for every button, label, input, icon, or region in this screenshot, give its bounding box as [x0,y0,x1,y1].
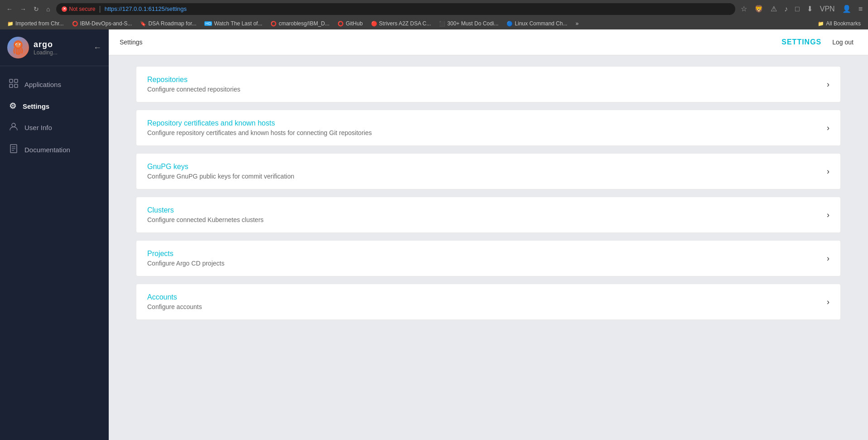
sidebar-item-documentation-label: Documentation [24,146,70,154]
sidebar-item-userinfo[interactable]: User Info [0,116,109,139]
svg-point-4 [16,44,17,45]
refresh-button[interactable]: ↻ [31,4,42,15]
user-icon [9,122,18,133]
accounts-card[interactable]: Accounts Configure accounts › [136,284,841,320]
logo-name: argo [34,40,58,49]
gnupg-chevron: › [827,167,829,176]
bookmarks-bar: 📁 Imported from Chr... ⭕ IBM-DevOps-and-… [0,18,868,29]
main-content: Settings SETTINGS Log out Repositories C… [109,29,868,440]
repo-certs-content: Repository certificates and known hosts … [147,119,827,136]
repo-certs-desc: Configure repository certificates and kn… [147,129,827,136]
repositories-chevron: › [827,80,829,89]
app-container: argo Loading... ← Applications ⚙ [0,29,868,440]
bookmark-300[interactable]: ⬛ 300+ Must Do Codi... [435,19,502,28]
accounts-content: Accounts Configure accounts [147,293,827,310]
sidebar-item-applications-label: Applications [24,81,61,88]
svg-point-5 [20,44,21,45]
bookmark-ibm[interactable]: ⭕ IBM-DevOps-and-S... [68,19,136,28]
profile-button[interactable]: 👤 [840,3,853,15]
settings-icon: ⚙ [9,101,16,111]
repo-certs-card[interactable]: Repository certificates and known hosts … [136,110,841,146]
content-area: Repositories Configure connected reposit… [109,55,868,440]
gnupg-title: GnuPG keys [147,163,827,171]
sidebar-item-userinfo-label: User Info [24,124,52,131]
projects-content: Projects Configure Argo CD projects [147,250,827,267]
bookmark-all[interactable]: 📁 All Bookmarks [814,19,864,28]
gnupg-desc: Configure GnuPG public keys for commit v… [147,173,827,180]
clusters-content: Clusters Configure connected Kubernetes … [147,206,827,223]
bookmark-cmarob[interactable]: ⭕ cmaroblesg/IBM_D... [267,19,333,28]
svg-rect-9 [14,84,18,87]
accounts-chevron: › [827,297,829,307]
projects-card[interactable]: Projects Configure Argo CD projects › [136,240,841,276]
sidebar-nav: Applications ⚙ Settings User Info [0,66,109,168]
gnupg-card[interactable]: GnuPG keys Configure GnuPG public keys f… [136,153,841,189]
settings-label: SETTINGS [781,38,821,46]
gnupg-content: GnuPG keys Configure GnuPG public keys f… [147,163,827,180]
repositories-content: Repositories Configure connected reposit… [147,76,827,93]
logo-status: Loading... [34,49,58,56]
alert-button[interactable]: ⚠ [769,3,779,15]
sidebar-item-applications[interactable]: Applications [0,73,109,96]
accounts-desc: Configure accounts [147,303,827,310]
sidebar-item-documentation[interactable]: Documentation [0,139,109,161]
clusters-card[interactable]: Clusters Configure connected Kubernetes … [136,197,841,233]
back-icon[interactable]: ← [93,43,101,53]
header-right: SETTINGS Log out [781,37,857,48]
projects-chevron: › [827,254,829,263]
clusters-chevron: › [827,210,829,220]
svg-rect-7 [14,79,18,82]
extension-button[interactable]: □ [793,3,801,15]
not-secure-label: Not secure [69,6,95,12]
page-title: Settings [120,39,143,46]
bookmark-dsa[interactable]: 🔖 DSA Roadmap for... [136,19,200,28]
bookmark-button[interactable]: ☆ [739,3,749,15]
home-button[interactable]: ⌂ [43,4,53,15]
bookmark-github[interactable]: ⭕ GitHub [334,19,366,28]
svg-point-10 [12,123,15,127]
bookmark-linux[interactable]: 🔵 Linux Command Ch... [503,19,571,28]
downloads-button[interactable]: ⬇ [805,3,815,15]
sidebar-logo: argo Loading... ← [0,29,109,66]
not-secure-indicator: ✕ Not secure [62,6,95,12]
back-button[interactable]: ← [4,4,15,15]
repositories-desc: Configure connected repositories [147,86,827,93]
menu-button[interactable]: ≡ [857,3,864,15]
avatar [7,37,29,58]
bookmark-imported[interactable]: 📁 Imported from Chr... [4,19,68,28]
bookmark-watch[interactable]: HD Watch The Last of... [201,19,266,28]
url-display: https://127.0.0.1:61125/settings [105,5,187,12]
svg-rect-8 [10,84,13,87]
repositories-title: Repositories [147,76,827,84]
sidebar-item-settings-label: Settings [23,102,49,110]
accounts-title: Accounts [147,293,827,301]
documentation-icon [9,144,18,155]
sidebar-item-settings[interactable]: ⚙ Settings [0,96,109,116]
projects-desc: Configure Argo CD projects [147,260,827,267]
browser-chrome: ← → ↻ ⌂ ✕ Not secure | https://127.0.0.1… [0,0,868,29]
browser-actions: ☆ 🦁 ⚠ ♪ □ ⬇ VPN 👤 ≡ [739,3,864,15]
logo-text: argo Loading... [34,40,58,56]
repo-certs-chevron: › [827,123,829,133]
music-button[interactable]: ♪ [782,3,790,15]
svg-rect-6 [10,79,13,82]
applications-icon [9,79,18,90]
repositories-card[interactable]: Repositories Configure connected reposit… [136,66,841,102]
sidebar: argo Loading... ← Applications ⚙ [0,29,109,440]
browser-toolbar: ← → ↻ ⌂ ✕ Not secure | https://127.0.0.1… [0,0,868,18]
clusters-desc: Configure connected Kubernetes clusters [147,216,827,223]
not-secure-icon: ✕ [62,6,67,12]
bookmark-more[interactable]: » [572,19,582,28]
repo-certs-title: Repository certificates and known hosts [147,119,827,127]
vpn-button[interactable]: VPN [818,3,837,15]
logout-button[interactable]: Log out [829,37,857,48]
main-header: Settings SETTINGS Log out [109,29,868,55]
clusters-title: Clusters [147,206,827,214]
nav-buttons: ← → ↻ ⌂ [4,4,53,15]
address-bar[interactable]: ✕ Not secure | https://127.0.0.1:61125/s… [56,3,735,15]
brave-shield-button[interactable]: 🦁 [752,3,765,15]
projects-title: Projects [147,250,827,258]
forward-button[interactable]: → [17,4,29,15]
bookmark-strivers[interactable]: 🔴 Strivers A2Z DSA C... [367,19,435,28]
separator: | [99,5,101,13]
